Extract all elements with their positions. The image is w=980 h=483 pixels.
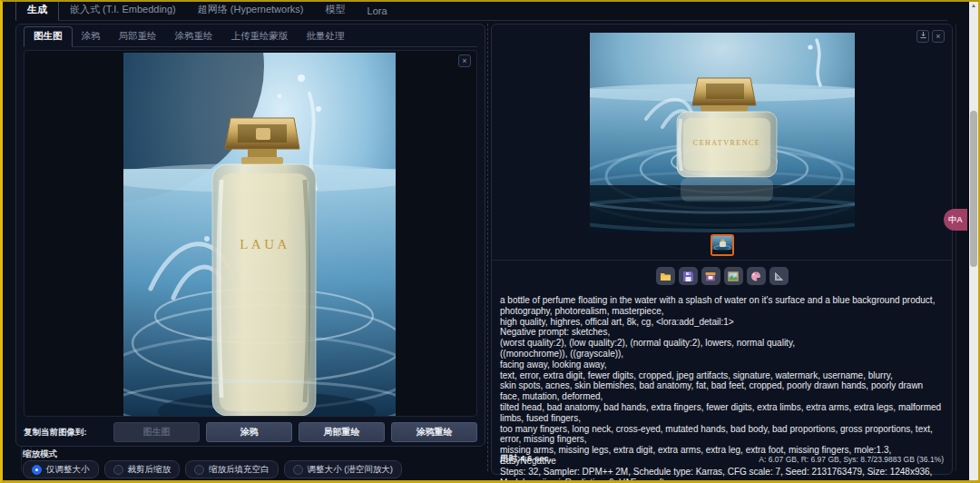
- result-action-buttons: [492, 267, 952, 285]
- tab-batch[interactable]: 批量处理: [298, 27, 354, 46]
- info-line: a bottle of perfume floating in the wate…: [500, 295, 944, 317]
- result-panel: ×: [491, 24, 953, 475]
- tab-inpaint[interactable]: 局部重绘: [110, 27, 166, 46]
- copy-to-row: 复制当前图像到: 图生图 涂鸦 局部重绘 涂鸦重绘: [24, 420, 477, 444]
- result-image[interactable]: CEHATVRENCE: [590, 33, 855, 232]
- info-line: ((monochrome)), ((grayscale)),: [500, 349, 944, 360]
- radio-label: 缩放后填充空白: [209, 464, 270, 476]
- input-image[interactable]: LAUA: [123, 53, 396, 416]
- radio-resize-and-fill[interactable]: 缩放后填充空白: [185, 460, 279, 478]
- tab-lora[interactable]: Lora: [357, 3, 398, 20]
- download-image-button[interactable]: [916, 30, 929, 43]
- info-line: too many fingers, long neck, cross-eyed,…: [500, 424, 944, 446]
- page-scrollbar[interactable]: ▲: [969, 2, 978, 480]
- radio-dot-icon: [32, 465, 42, 475]
- copy-to-label: 复制当前图像到:: [24, 427, 107, 439]
- tab-models[interactable]: 模型: [315, 0, 357, 20]
- radio-dot-icon: [194, 465, 204, 475]
- save-zip-button[interactable]: [701, 267, 720, 285]
- radio-crop-and-resize[interactable]: 裁剪后缩放: [104, 460, 181, 478]
- info-line: (worst quality:2), (low quality:2), (nor…: [500, 338, 944, 349]
- info-line: text, error, extra digit, fewer digits, …: [500, 370, 944, 381]
- info-line: skin spots, acnes, skin blemishes, bad a…: [500, 380, 944, 402]
- tab-inpaint-sketch[interactable]: 涂鸦重绘: [166, 27, 222, 46]
- tab-img2img[interactable]: 图生图: [24, 26, 73, 47]
- tab-hypernetworks[interactable]: 超网络 (Hypernetworks): [187, 0, 315, 20]
- column-resize-handle[interactable]: [487, 24, 488, 471]
- framed-picture-icon: [728, 271, 739, 281]
- radio-label: 调整大小 (潜空间放大): [308, 464, 393, 476]
- download-icon: [919, 31, 927, 39]
- copy-to-inpaint-sketch-button[interactable]: 涂鸦重绘: [391, 422, 477, 442]
- copy-to-sketch-button[interactable]: 涂鸦: [206, 422, 292, 442]
- close-result-button[interactable]: ×: [932, 30, 945, 43]
- img2img-input-panel: 图生图 涂鸦 局部重绘 涂鸦重绘 上传重绘蒙版 批量处理: [15, 24, 485, 447]
- folder-icon: [660, 271, 671, 281]
- memory-stats: A: 6.07 GB, R: 6.97 GB, Sys: 8.7/23.9883…: [759, 455, 944, 464]
- radio-just-resize[interactable]: 仅调整大小: [23, 460, 99, 478]
- copy-to-img2img-button: 图生图: [113, 422, 200, 442]
- resize-mode-radio-group: 仅调整大小 裁剪后缩放 缩放后填充空白 调整大小 (潜空间放大): [23, 460, 402, 478]
- info-line: tilted head, bad anatomy, bad hands, ext…: [500, 402, 944, 424]
- floppy-disk-icon: [683, 271, 693, 281]
- radio-dot-icon: [113, 465, 123, 475]
- send-to-extras-button[interactable]: [769, 267, 789, 285]
- generation-time: 用时:4.6 sec.: [500, 453, 552, 465]
- open-output-folder-button[interactable]: [656, 267, 675, 285]
- radio-label: 仅调整大小: [46, 464, 90, 476]
- tab-ti-embedding[interactable]: 嵌入式 (T.I. Embedding): [59, 0, 187, 20]
- bilingual-toggle-button[interactable]: 中A: [944, 209, 967, 231]
- viewer-buttons: ×: [916, 30, 945, 43]
- img2img-mode-tab-bar: 图生图 涂鸦 局部重绘 涂鸦重绘 上传重绘蒙版 批量处理: [24, 27, 477, 47]
- scrollbar-thumb[interactable]: [970, 111, 977, 267]
- radio-latent-upscale[interactable]: 调整大小 (潜空间放大): [284, 460, 402, 478]
- thumbnail-image: [712, 236, 732, 254]
- info-line: facing away, looking away,: [500, 360, 944, 370]
- scrollbar-up-arrow-icon[interactable]: ▲: [969, 3, 978, 8]
- radio-label: 裁剪后缩放: [128, 464, 172, 476]
- gallery-divider: [492, 260, 952, 261]
- input-image-dropzone[interactable]: LAUA ×: [24, 50, 477, 417]
- gallery-thumbnail-selected[interactable]: [710, 234, 734, 256]
- save-image-button[interactable]: [679, 267, 698, 285]
- info-line: Steps: 32, Sampler: DPM++ 2M, Schedule t…: [500, 467, 944, 483]
- tab-generate[interactable]: 生成: [15, 0, 59, 21]
- copy-to-inpaint-button[interactable]: 局部重绘: [299, 422, 385, 442]
- archive-box-icon: [705, 271, 716, 281]
- main-tab-bar: 生成 嵌入式 (T.I. Embedding) 超网络 (Hypernetwor…: [15, 2, 947, 21]
- tab-sketch[interactable]: 涂鸦: [73, 27, 110, 46]
- clear-input-image-button[interactable]: ×: [458, 54, 471, 67]
- info-line: Negative prompt: sketches,: [500, 327, 944, 338]
- result-bottle-label-text: CEHATVRENCE: [693, 139, 760, 147]
- tab-inpaint-upload[interactable]: 上传重绘蒙版: [222, 27, 298, 46]
- info-line: high quality, highres, offical art, 8k, …: [500, 317, 944, 328]
- radio-dot-icon: [293, 465, 303, 475]
- resize-mode-label: 缩放模式: [23, 448, 57, 460]
- palette-icon: [750, 271, 761, 281]
- triangle-ruler-icon: [774, 271, 784, 281]
- bottle-label-text: LAUA: [240, 237, 290, 251]
- send-to-inpaint-button[interactable]: [747, 267, 766, 285]
- sd-webui-window: 生成 嵌入式 (T.I. Embedding) 超网络 (Hypernetwor…: [0, 0, 980, 483]
- container-border-line: [956, 24, 956, 471]
- send-to-img2img-button[interactable]: [724, 267, 743, 285]
